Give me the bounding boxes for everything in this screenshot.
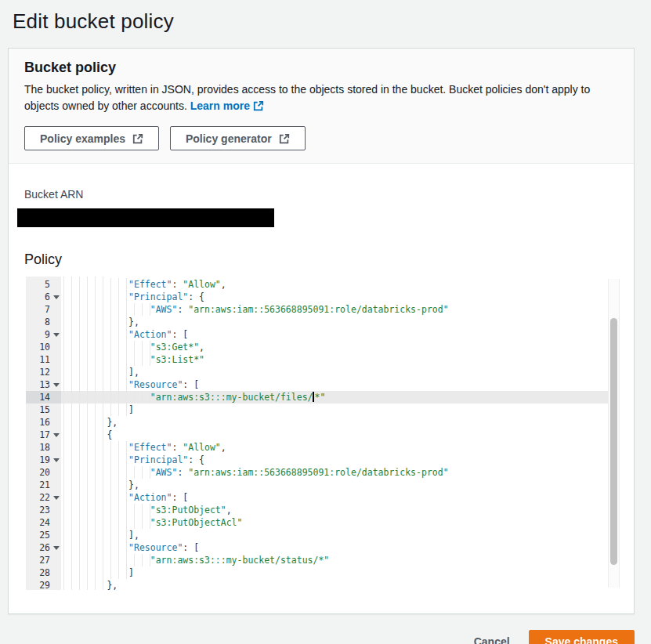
line-number[interactable]: 21 (26, 479, 61, 491)
json-string: "s3:Get*" (150, 342, 199, 353)
line-number[interactable]: 15 (26, 403, 61, 416)
line-number[interactable]: 13 (26, 378, 61, 391)
code-text[interactable]: "s3:List*" (61, 353, 608, 366)
code-line[interactable]: 8}, (26, 316, 620, 328)
line-number[interactable]: 17 (26, 429, 61, 441)
line-number[interactable]: 16 (26, 416, 61, 429)
code-line[interactable]: 23"s3:PutObject", (26, 504, 620, 516)
code-line[interactable]: 21}, (26, 479, 620, 491)
code-line[interactable]: 7"AWS": "arn:aws:iam::563668895091:role/… (26, 303, 620, 316)
fold-arrow-icon[interactable] (53, 333, 60, 337)
policy-generator-button[interactable]: Policy generator (170, 126, 306, 150)
save-changes-button[interactable]: Save changes (529, 630, 635, 644)
line-number[interactable]: 8 (26, 316, 61, 328)
code-line[interactable]: 25], (26, 529, 620, 541)
code-text[interactable]: "AWS": "arn:aws:iam::563668895091:role/d… (61, 466, 608, 479)
indent-guides (63, 353, 150, 366)
code-text[interactable]: "arn:aws:s3:::my-bucket/status/*" (61, 554, 608, 566)
code-line[interactable]: 12], (26, 366, 620, 378)
fold-arrow-icon[interactable] (53, 496, 60, 500)
cancel-button[interactable]: Cancel (474, 635, 510, 644)
code-line[interactable]: 22"Action": [ (26, 491, 620, 504)
code-text[interactable]: ] (61, 566, 608, 579)
code-text[interactable]: }, (61, 416, 608, 429)
code-text[interactable]: }, (61, 479, 608, 491)
scrollbar-thumb[interactable] (610, 318, 617, 565)
line-number[interactable]: 27 (26, 554, 61, 566)
line-number[interactable]: 22 (26, 491, 61, 504)
code-line[interactable]: 26"Resource": [ (26, 541, 620, 554)
code-line[interactable]: 13"Resource": [ (26, 378, 620, 391)
line-number[interactable]: 19 (26, 454, 61, 466)
code-editor-content: 4{5"Effect": "Allow",6"Principal": {7"AW… (26, 277, 620, 590)
code-text[interactable]: "s3:Get*", (61, 341, 608, 353)
code-text[interactable]: ] (61, 403, 608, 416)
code-text[interactable]: "Effect": "Allow", (61, 441, 608, 454)
line-number[interactable]: 12 (26, 366, 61, 378)
code-text[interactable]: "Principal": { (61, 291, 608, 303)
fold-arrow-icon[interactable] (53, 295, 60, 299)
code-text[interactable]: "arn:aws:s3:::my-bucket/files/*" (61, 391, 608, 403)
code-line[interactable]: 11"s3:List*" (26, 353, 620, 366)
code-line[interactable]: 29}, (26, 579, 620, 590)
code-text[interactable]: "Resource": [ (61, 378, 608, 391)
code-line[interactable]: 15] (26, 403, 620, 416)
code-text[interactable]: "Effect": "Allow", (61, 278, 608, 291)
line-number[interactable]: 6 (26, 291, 61, 303)
code-line[interactable]: 27"arn:aws:s3:::my-bucket/status/*" (26, 554, 620, 566)
json-punctuation: : [ (172, 492, 188, 503)
fold-arrow-icon[interactable] (53, 458, 60, 462)
code-line[interactable]: 17{ (26, 429, 620, 441)
code-line[interactable]: 24"s3:PutObjectAcl" (26, 516, 620, 529)
code-line[interactable]: 28] (26, 566, 620, 579)
code-line[interactable]: 9"Action": [ (26, 328, 620, 341)
line-number[interactable]: 26 (26, 541, 61, 554)
line-number[interactable]: 5 (26, 278, 61, 291)
policy-examples-button[interactable]: Policy examples (24, 126, 159, 150)
line-number[interactable]: 18 (26, 441, 61, 454)
code-text[interactable]: "s3:PutObjectAcl" (61, 516, 608, 529)
line-number[interactable]: 20 (26, 466, 61, 479)
line-number[interactable]: 7 (26, 303, 61, 316)
line-number[interactable]: 23 (26, 504, 61, 516)
code-text[interactable]: "Action": [ (61, 328, 608, 341)
panel-body: Bucket ARN Policy 4{5"Effect": "Allow",6… (9, 164, 634, 613)
code-line[interactable]: 14"arn:aws:s3:::my-bucket/files/*" (26, 391, 620, 403)
bucket-policy-panel: Bucket policy The bucket policy, written… (8, 48, 635, 614)
line-number[interactable]: 28 (26, 566, 61, 579)
code-text[interactable]: "AWS": "arn:aws:iam::563668895091:role/d… (61, 303, 608, 316)
line-number[interactable]: 25 (26, 529, 61, 541)
code-text[interactable]: "Resource": [ (61, 541, 608, 554)
line-number[interactable]: 9 (26, 328, 61, 341)
code-text[interactable]: "s3:PutObject", (61, 504, 608, 516)
code-line[interactable]: 6"Principal": { (26, 291, 620, 303)
fold-arrow-icon[interactable] (53, 546, 60, 550)
fold-arrow-icon[interactable] (53, 433, 60, 437)
code-text[interactable]: }, (61, 316, 608, 328)
code-line[interactable]: 10"s3:Get*", (26, 341, 620, 353)
code-line[interactable]: 5"Effect": "Allow", (26, 278, 620, 291)
policy-code-editor[interactable]: 4{5"Effect": "Allow",6"Principal": {7"AW… (26, 277, 620, 590)
fold-arrow-icon[interactable] (53, 383, 60, 387)
code-text[interactable]: "Principal": { (61, 454, 608, 466)
indent-guides (63, 491, 128, 504)
indent-guides (63, 303, 150, 316)
code-text[interactable]: { (61, 429, 608, 441)
code-text[interactable]: }, (61, 579, 608, 590)
line-number[interactable]: 11 (26, 353, 61, 366)
line-number[interactable]: 14 (26, 391, 61, 403)
json-string: "s3:PutObjectAcl" (150, 517, 243, 528)
code-text[interactable]: "Action": [ (61, 491, 608, 504)
code-line[interactable]: 20"AWS": "arn:aws:iam::563668895091:role… (26, 466, 620, 479)
line-number[interactable]: 10 (26, 341, 61, 353)
learn-more-link[interactable]: Learn more (190, 99, 264, 112)
editor-vertical-scrollbar[interactable] (608, 279, 620, 588)
line-number[interactable]: 29 (26, 579, 61, 590)
code-line[interactable]: 18"Effect": "Allow", (26, 441, 620, 454)
code-line[interactable]: 19"Principal": { (26, 454, 620, 466)
code-text[interactable]: ], (61, 366, 608, 378)
code-line[interactable]: 16}, (26, 416, 620, 429)
json-key: "Effect" (128, 279, 172, 290)
line-number[interactable]: 24 (26, 516, 61, 529)
code-text[interactable]: ], (61, 529, 608, 541)
